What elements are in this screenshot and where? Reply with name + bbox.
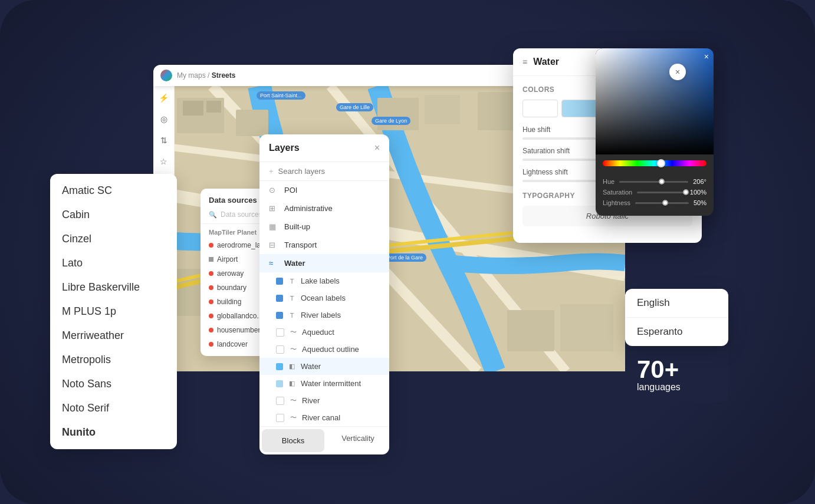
layer-group-admin-label: Administrative (284, 204, 333, 213)
ds-label-housenumber: housenumber... (217, 326, 266, 334)
water-panel-menu-icon: ≡ (522, 57, 527, 67)
layers-close-button[interactable]: × (374, 143, 380, 153)
layer-group-water[interactable]: ≈ Water (259, 254, 389, 272)
layers-header: Layers × (259, 134, 389, 162)
layers-search-input[interactable] (278, 167, 380, 176)
map-marker-4: Port de la Gare (383, 253, 426, 262)
aqueduct-line-icon: 〜 (289, 328, 297, 337)
lake-labels-color (276, 278, 283, 285)
lightness-value-thumb[interactable] (662, 200, 668, 206)
search-icon: + (269, 167, 274, 176)
fill-icon-2: ◧ (288, 380, 296, 387)
verticality-tab[interactable]: Verticality (327, 427, 389, 454)
ds-icon-airport (209, 257, 213, 262)
ds-dot-landcover (209, 342, 213, 347)
river-checkbox[interactable] (276, 397, 284, 405)
fill-icon: ◧ (288, 363, 296, 370)
ds-dot-aerodrome (209, 243, 213, 248)
saturation-value-slider[interactable] (637, 192, 685, 193)
font-item-4[interactable]: Libre Baskerville (50, 275, 177, 299)
label-icon-3: T (288, 312, 296, 319)
color-swatch-white[interactable] (522, 100, 558, 117)
water-panel-title-row: ≡ Water (522, 57, 559, 67)
datasources-search-icon: 🔍 (209, 211, 217, 219)
water-panel-title: Water (533, 57, 559, 67)
layer-item-river-canal[interactable]: 〜 River canal (259, 409, 389, 426)
outer-close-button[interactable]: × (669, 64, 686, 80)
color-gradient-area[interactable]: × (596, 48, 714, 154)
font-item-8[interactable]: Noto Sans (50, 372, 177, 396)
transport-icon: ⊟ (269, 241, 278, 249)
font-item-5[interactable]: M PLUS 1p (50, 299, 177, 324)
ds-dot-housenumber (209, 328, 213, 332)
layer-item-lake-labels[interactable]: T Lake labels (259, 272, 389, 289)
layer-group-builtup[interactable]: ▦ Built-up (259, 218, 389, 236)
hue-slider-thumb[interactable] (657, 159, 665, 167)
layer-item-ocean-labels[interactable]: T Ocean labels (259, 289, 389, 307)
layer-item-river-labels[interactable]: T River labels (259, 307, 389, 324)
saturation-value-row: Saturation 100% (603, 189, 706, 196)
hue-slider-track[interactable] (603, 160, 706, 166)
layer-group-admin[interactable]: ⊞ Administrative (259, 199, 389, 218)
ds-dot-boundary (209, 285, 213, 290)
font-item-2[interactable]: Cinzel (50, 227, 177, 251)
font-item-9[interactable]: Noto Serif (50, 396, 177, 420)
lightness-value-slider[interactable] (635, 202, 689, 204)
layer-group-water-label: Water (284, 259, 305, 268)
layer-water-intermittent-text: Water intermittent (301, 379, 361, 388)
hue-value-slider[interactable] (619, 181, 688, 183)
sidebar-location-icon[interactable]: ◎ (157, 112, 171, 126)
river-canal-checkbox[interactable] (276, 414, 284, 422)
lightness-label: Lightness (603, 199, 630, 206)
color-picker-panel: × Hue 206° Saturation 100% Lightness 50% (596, 48, 714, 216)
font-item-3[interactable]: Lato (50, 251, 177, 275)
font-item-1[interactable]: Cabin (50, 203, 177, 227)
poi-icon: ⊙ (269, 186, 278, 195)
font-item-10[interactable]: Nunito (50, 420, 177, 444)
river-canal-line-icon: 〜 (289, 413, 297, 422)
fonts-panel: Amatic SC Cabin Cinzel Lato Libre Basker… (50, 174, 177, 449)
color-picker-close-button[interactable]: × (704, 52, 709, 61)
aqueduct-outline-line-icon: 〜 (289, 345, 297, 354)
font-item-6[interactable]: Merriweather (50, 324, 177, 348)
sidebar-layers-icon[interactable]: ⇅ (157, 133, 171, 147)
layer-ocean-labels-text: Ocean labels (301, 294, 346, 302)
color-values-section: Hue 206° Saturation 100% Lightness 50% (596, 178, 714, 216)
water-intermittent-color (276, 380, 283, 387)
lang-item-esperanto[interactable]: Esperanto (625, 318, 728, 346)
breadcrumb: My maps / Streets (177, 71, 235, 80)
layer-item-river[interactable]: 〜 River (259, 392, 389, 409)
layers-panel: Layers × + ⊙ POI ⊞ Administrative ▦ Buil… (259, 134, 389, 454)
layer-group-transport[interactable]: ⊟ Transport (259, 236, 389, 254)
map-marker-1: Port Saint-Saint... (257, 91, 305, 100)
ds-label-landcover: landcover (217, 340, 248, 348)
ds-dot-globallandco (209, 314, 213, 318)
water-fill-color (276, 363, 283, 370)
blocks-tab[interactable]: Blocks (262, 429, 324, 452)
hue-label: Hue (603, 178, 614, 185)
font-item-0[interactable]: Amatic SC (50, 179, 177, 203)
sidebar-star-icon[interactable]: ☆ (157, 154, 171, 169)
layer-item-water-intermittent[interactable]: ◧ Water intermittent (259, 375, 389, 392)
lang-item-english[interactable]: English (625, 289, 728, 318)
saturation-value-thumb[interactable] (683, 189, 689, 195)
aqueduct-checkbox[interactable] (276, 328, 284, 337)
font-item-7[interactable]: Metropolis (50, 348, 177, 372)
layers-title: Layers (269, 143, 300, 153)
aqueduct-outline-checkbox[interactable] (276, 345, 284, 354)
layer-group-poi[interactable]: ⊙ POI (259, 181, 389, 199)
layer-item-aqueduct[interactable]: 〜 Aqueduct (259, 324, 389, 341)
layer-item-aqueduct-outline[interactable]: 〜 Aqueduct outline (259, 341, 389, 358)
layer-group-poi-label: POI (284, 186, 297, 195)
svg-rect-7 (206, 101, 221, 113)
map-marker-2: Gare de Lille (336, 103, 373, 111)
datasources-title: Data sources (209, 196, 257, 205)
hue-value-thumb[interactable] (659, 179, 665, 185)
building-icon: ▦ (269, 222, 278, 231)
ds-label-building: building (217, 298, 241, 306)
layer-item-water[interactable]: ◧ Water (259, 358, 389, 375)
hue-slider-container (596, 154, 714, 178)
river-labels-color (276, 312, 283, 319)
layer-lake-labels-text: Lake labels (301, 276, 340, 285)
sidebar-lightning-icon[interactable]: ⚡ (157, 91, 171, 105)
